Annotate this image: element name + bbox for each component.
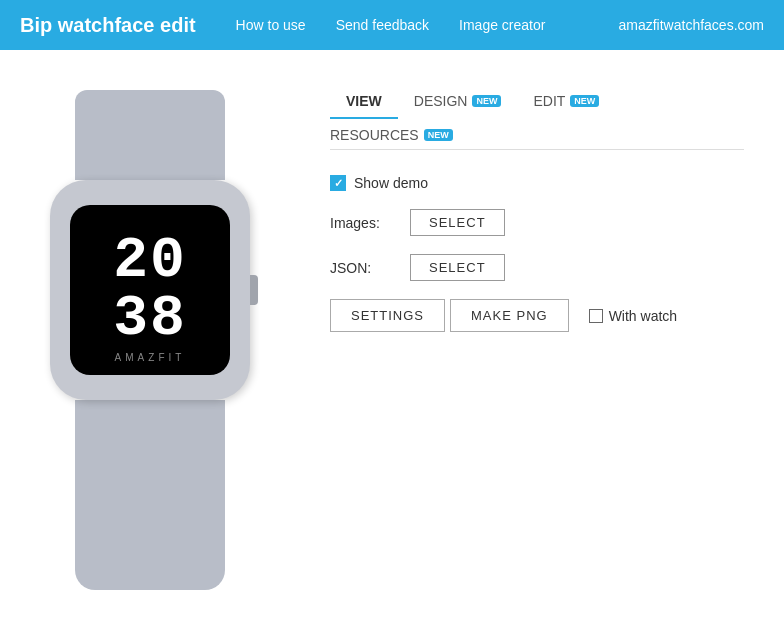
watch-screen: 20 38 AMAZFIT	[70, 205, 230, 375]
website-link[interactable]: amazfitwatchfaces.com	[619, 17, 765, 33]
json-label: JSON:	[330, 260, 400, 276]
action-row: SETTINGS MAKE PNG With watch	[330, 299, 744, 332]
nav-image-creator[interactable]: Image creator	[459, 17, 545, 33]
watch-time-display: 20 38	[113, 232, 187, 348]
watch-brand: AMAZFIT	[115, 352, 186, 363]
images-row: Images: SELECT	[330, 209, 744, 236]
nav-how-to-use[interactable]: How to use	[236, 17, 306, 33]
show-demo-row: Show demo	[330, 175, 744, 191]
json-row: JSON: SELECT	[330, 254, 744, 281]
tab-bar: VIEW DESIGN NEW EDIT NEW RESOURCES NEW	[330, 85, 744, 150]
app-header: Bip watchface edit How to use Send feedb…	[0, 0, 784, 50]
tab-edit[interactable]: EDIT NEW	[517, 85, 615, 119]
watch-time-top: 20	[113, 232, 187, 290]
app-title: Bip watchface edit	[20, 14, 196, 37]
tab-resources[interactable]: RESOURCES NEW	[330, 119, 744, 149]
edit-badge: NEW	[570, 95, 599, 107]
right-panel: VIEW DESIGN NEW EDIT NEW RESOURCES NEW S…	[310, 70, 764, 619]
watch-side-button	[250, 275, 258, 305]
images-select-button[interactable]: SELECT	[410, 209, 505, 236]
with-watch-container: With watch	[589, 308, 677, 324]
nav-send-feedback[interactable]: Send feedback	[336, 17, 429, 33]
images-label: Images:	[330, 215, 400, 231]
json-select-button[interactable]: SELECT	[410, 254, 505, 281]
watch-preview: 20 38 AMAZFIT	[20, 70, 280, 619]
make-png-button[interactable]: MAKE PNG	[450, 299, 569, 332]
resources-badge: NEW	[424, 129, 453, 141]
tab-design[interactable]: DESIGN NEW	[398, 85, 518, 119]
settings-button[interactable]: SETTINGS	[330, 299, 445, 332]
with-watch-checkbox[interactable]	[589, 309, 603, 323]
show-demo-checkbox[interactable]	[330, 175, 346, 191]
watch-outer: 20 38 AMAZFIT	[40, 90, 260, 610]
watch-time-bottom: 38	[113, 290, 187, 348]
watch-band-bottom	[75, 400, 225, 590]
controls-panel: Show demo Images: SELECT JSON: SELECT SE…	[330, 165, 744, 360]
watch-band-top	[75, 90, 225, 180]
main-content: 20 38 AMAZFIT VIEW DESIGN NEW EDIT	[0, 50, 784, 619]
nav-bar: How to use Send feedback Image creator	[236, 17, 589, 33]
tab-view[interactable]: VIEW	[330, 85, 398, 119]
with-watch-label: With watch	[609, 308, 677, 324]
action-buttons-group: SETTINGS MAKE PNG	[330, 299, 569, 332]
show-demo-label: Show demo	[354, 175, 428, 191]
design-badge: NEW	[472, 95, 501, 107]
watch-body: 20 38 AMAZFIT	[50, 180, 250, 400]
